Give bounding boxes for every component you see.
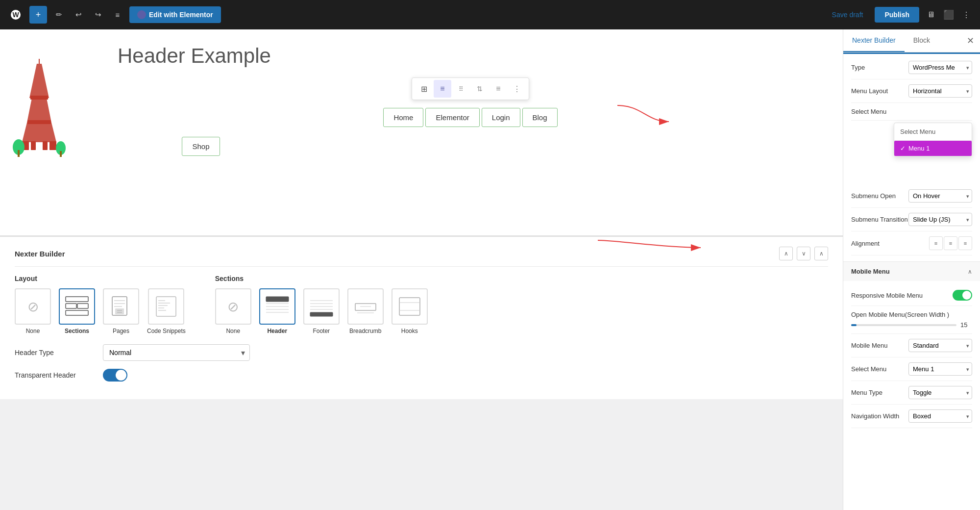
- bottom-panel: Nexter Builder ∧ ∨ ∧ Layout ⊘ None: [0, 235, 843, 399]
- columns-icon-button[interactable]: ⊞: [415, 80, 433, 98]
- slider-track: [851, 324, 956, 326]
- layout-none-item[interactable]: ⊘ None: [15, 288, 51, 334]
- type-select[interactable]: WordPress Me: [908, 61, 972, 74]
- section-breadcrumb-item[interactable]: Breadcrumb: [347, 288, 384, 334]
- menu-type-row: Menu Type Toggle: [851, 381, 972, 405]
- publish-button[interactable]: Publish: [875, 7, 919, 23]
- section-none-label: None: [226, 328, 240, 334]
- layout-sections-label: Sections: [65, 328, 89, 334]
- align-icon-button[interactable]: ≡: [490, 80, 507, 98]
- responsive-mobile-row: Responsive Mobile Menu: [851, 285, 972, 306]
- align-left-button[interactable]: ≡: [929, 236, 943, 250]
- dropdown-header: Select Menu: [894, 123, 972, 141]
- save-draft-button[interactable]: Save draft: [824, 7, 871, 23]
- mobile-menu-label: Mobile Menu: [851, 342, 887, 349]
- nav-login[interactable]: Login: [482, 108, 520, 127]
- undo-button[interactable]: ↩: [71, 7, 86, 23]
- menu-layout-select[interactable]: Horizontal Vertical: [908, 84, 972, 98]
- grid-icon-button[interactable]: ⠿: [452, 80, 470, 98]
- submenu-open-wrapper: On Hover On Click: [908, 189, 972, 203]
- sections-heading: Sections: [215, 275, 428, 282]
- alignment-row: Alignment ≡ ≡ ≡: [851, 231, 972, 255]
- header-type-select[interactable]: Normal Sticky: [103, 344, 250, 361]
- transparent-header-toggle[interactable]: [103, 369, 127, 382]
- layout-code-box: [148, 288, 184, 325]
- menu1-option[interactable]: ✓ Menu 1: [894, 141, 972, 156]
- submenu-open-row: Submenu Open On Hover On Click: [851, 184, 972, 208]
- select-menu-2-row: Select Menu Menu 1: [851, 357, 972, 381]
- redo-button[interactable]: ↪: [90, 7, 106, 23]
- collapse-up-button[interactable]: ∧: [779, 247, 793, 260]
- layout-pages-item[interactable]: Pages: [103, 288, 139, 334]
- close-panel-button[interactable]: ✕: [962, 33, 978, 49]
- dots-menu-button[interactable]: ⋮: [958, 7, 974, 23]
- layout-sections-box: [59, 288, 95, 325]
- align-right-button[interactable]: ≡: [958, 236, 972, 250]
- tab-block[interactable]: Block: [905, 29, 939, 52]
- section-none-item[interactable]: ⊘ None: [215, 288, 251, 334]
- nav-elementor[interactable]: Elementor: [425, 108, 479, 127]
- nav-width-row: Navigation Width Boxed: [851, 405, 972, 428]
- type-dropdown-wrapper: WordPress Me: [908, 61, 972, 74]
- align-center-button[interactable]: ≡: [944, 236, 957, 250]
- rp-type-section: Type WordPress Me Menu Layout Horizontal…: [843, 56, 980, 261]
- mobile-menu-title: Mobile Menu: [851, 268, 890, 275]
- arrows-icon-button[interactable]: ⇅: [471, 80, 489, 98]
- mobile-menu-section-header[interactable]: Mobile Menu ∧: [843, 261, 980, 281]
- layout-icon-button[interactable]: ⬛: [941, 7, 956, 23]
- nav-shop[interactable]: Shop: [182, 137, 220, 156]
- type-label: Type: [851, 64, 865, 71]
- layout-sections-item[interactable]: Sections: [59, 288, 95, 334]
- right-panel-tabs: Nexter Builder Block ✕: [843, 29, 980, 52]
- layout-none-box: ⊘: [15, 288, 51, 325]
- topbar: W + ✏ ↩ ↪ ≡ Edit with Elementor Save dra…: [0, 0, 980, 29]
- svg-rect-5: [30, 96, 48, 100]
- menu-type-select[interactable]: Toggle: [908, 386, 972, 399]
- nav-menu: Home Elementor Login Blog: [383, 108, 557, 127]
- alignment-buttons: ≡ ≡ ≡: [929, 236, 972, 250]
- menu-layout-dropdown-wrapper: Horizontal Vertical: [908, 84, 972, 98]
- right-panel-body: Type WordPress Me Menu Layout Horizontal…: [843, 52, 980, 510]
- layout-code-item[interactable]: Code Snippets: [147, 288, 186, 334]
- collapse-down-button[interactable]: ∨: [797, 247, 810, 260]
- nexter-builder-title: Nexter Builder: [15, 250, 65, 258]
- layout-icon-grid: ⊘ None: [15, 288, 186, 334]
- more-icon-button[interactable]: ⋮: [508, 80, 526, 98]
- svg-rect-46: [399, 298, 420, 315]
- open-mobile-label: Open Mobile Menu(Screen Width ): [851, 311, 949, 318]
- nav-indicator: [843, 52, 980, 54]
- edit-elementor-button[interactable]: Edit with Elementor: [129, 6, 221, 23]
- monitor-icon-button[interactable]: 🖥: [923, 7, 939, 23]
- section-none-box: ⊘: [215, 288, 251, 325]
- submenu-transition-select[interactable]: Slide Up (JS) Fade: [908, 213, 972, 226]
- nav-home[interactable]: Home: [383, 108, 423, 127]
- add-button[interactable]: +: [29, 6, 47, 24]
- select-menu-label: Select Menu: [851, 108, 886, 115]
- wp-logo-icon[interactable]: W: [6, 5, 25, 25]
- nav-row-2: Shop: [118, 137, 284, 156]
- svg-rect-42: [310, 312, 333, 316]
- canvas-inner: Header Example ⊞ ≡ ⠿ ⇅ ≡ ⋮ Home Elemento…: [0, 29, 843, 235]
- section-footer-item[interactable]: Footer: [303, 288, 340, 334]
- select-menu-2-select[interactable]: Menu 1: [908, 362, 972, 376]
- header-type-select-wrapper: Normal Sticky: [103, 344, 250, 361]
- nav-width-select[interactable]: Boxed: [908, 409, 972, 423]
- menu-type-label: Menu Type: [851, 389, 882, 396]
- section-footer-box: [303, 288, 340, 325]
- select-menu-2-wrapper: Menu 1: [908, 362, 972, 376]
- section-hooks-item[interactable]: Hooks: [392, 288, 428, 334]
- tab-nexter-builder[interactable]: Nexter Builder: [843, 29, 905, 52]
- svg-rect-6: [27, 120, 51, 124]
- section-header-item[interactable]: Header: [259, 288, 295, 334]
- expand-button[interactable]: ∧: [814, 247, 828, 260]
- mobile-menu-select[interactable]: Standard: [908, 339, 972, 352]
- mobile-width-slider: 15: [851, 321, 972, 329]
- submenu-open-select[interactable]: On Hover On Click: [908, 189, 972, 203]
- responsive-mobile-toggle[interactable]: [953, 290, 972, 301]
- nav-blog[interactable]: Blog: [522, 108, 558, 127]
- svg-marker-2: [29, 64, 49, 98]
- layout-none-label: None: [26, 328, 40, 334]
- nav-icon-button[interactable]: ≡: [434, 80, 451, 98]
- edit-icon-button[interactable]: ✏: [51, 7, 67, 23]
- menu-button[interactable]: ≡: [110, 7, 125, 23]
